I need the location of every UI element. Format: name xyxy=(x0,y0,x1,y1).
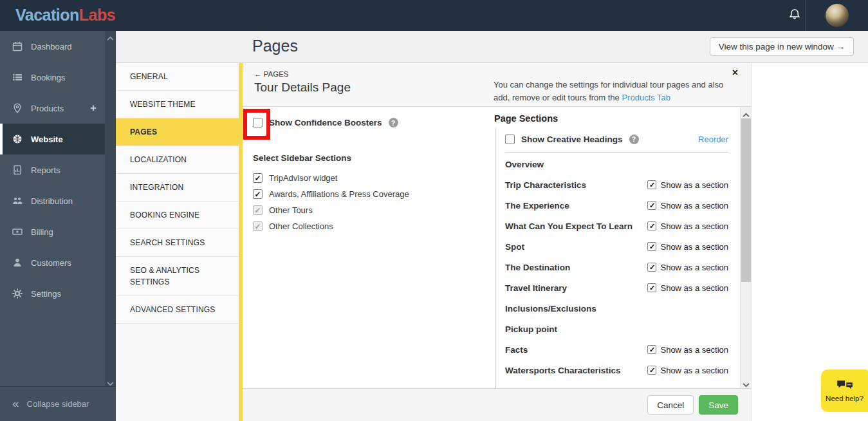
close-icon[interactable]: × xyxy=(732,67,738,79)
scroll-down-icon[interactable] xyxy=(107,378,114,384)
settings-menu-item[interactable]: INTEGRATION xyxy=(116,174,239,201)
user-avatar[interactable] xyxy=(826,4,849,27)
sidebar-item-products[interactable]: Products + xyxy=(0,93,105,124)
panel-description: You can change the settings for individu… xyxy=(494,79,739,104)
show-as-section-label: Show as a section xyxy=(660,283,728,293)
settings-menu-item-label: SEARCH SETTINGS xyxy=(130,238,205,247)
sidebar-section-row: ✓ Awards, Affiliations & Press Coverage xyxy=(253,186,409,202)
creative-headings-row: Show Creative Headings ? Reorder xyxy=(505,132,728,146)
banknote-icon xyxy=(12,227,23,237)
scroll-up-icon[interactable] xyxy=(107,33,114,39)
help-icon[interactable]: ? xyxy=(629,135,639,144)
show-as-section-checkbox[interactable]: ✓ xyxy=(647,180,656,189)
need-help-widget[interactable]: Need help? xyxy=(821,370,868,412)
page-sections-panel: Show Creative Headings ? Reorder Overvie… xyxy=(495,128,728,388)
page-section-label: Inclusions/Exclusions xyxy=(505,304,596,313)
need-help-label: Need help? xyxy=(826,395,863,402)
sidebar-section-checkbox[interactable]: ✓ xyxy=(253,173,263,183)
show-as-section-checkbox[interactable]: ✓ xyxy=(647,221,656,230)
show-as-section-checkbox[interactable]: ✓ xyxy=(647,242,656,251)
scrollbar-thumb[interactable] xyxy=(741,118,751,282)
person-icon xyxy=(12,257,23,268)
settings-menu-item[interactable]: SEARCH SETTINGS xyxy=(116,229,239,257)
view-page-new-window-button[interactable]: View this page in new window → xyxy=(710,37,854,56)
panel-body: Show Confidence Boosters ? Select Sideba… xyxy=(243,107,751,388)
sidebar-item-label: Billing xyxy=(31,227,53,237)
creative-headings-checkbox[interactable] xyxy=(505,135,515,144)
reorder-link[interactable]: Reorder xyxy=(698,135,728,144)
settings-menu-item[interactable]: GENERAL xyxy=(116,63,239,91)
settings-menu-item-label: SEO & ANALYTICS SETTINGS xyxy=(130,266,199,286)
divider xyxy=(505,152,728,153)
show-as-section-checkbox[interactable]: ✓ xyxy=(647,283,656,292)
page-section-label: Facts xyxy=(505,345,528,355)
collapse-sidebar-button[interactable]: « Collapse sidebar xyxy=(0,386,116,421)
show-as-section-checkbox[interactable]: ✓ xyxy=(647,345,656,354)
users-group-icon xyxy=(12,196,23,206)
scroll-down-icon[interactable] xyxy=(743,379,750,386)
sidebar-item-settings[interactable]: Settings xyxy=(0,278,105,309)
navbar-divider xyxy=(806,0,806,31)
page-section-row: Highlights xyxy=(505,380,728,388)
main-sidebar: Dashboard Bookings + Products + Website … xyxy=(0,31,116,421)
sidebar-item-website[interactable]: Website xyxy=(0,124,105,154)
settings-menu-item-label: LOCALIZATION xyxy=(130,155,187,164)
add-product-button[interactable]: + xyxy=(90,102,97,115)
help-icon[interactable]: ? xyxy=(389,118,398,127)
sidebar-item-customers[interactable]: Customers xyxy=(0,247,105,278)
vacationlabs-logo[interactable]: VacationLabs xyxy=(15,6,115,24)
show-as-section-checkbox[interactable]: ✓ xyxy=(647,263,656,272)
page-section-row: The Experience ✓ Show as a section xyxy=(505,195,728,216)
back-to-pages-link[interactable]: ← PAGES xyxy=(254,70,288,78)
logo-part-labs: Labs xyxy=(79,6,115,24)
sidebar-item-distribution[interactable]: Distribution xyxy=(0,185,105,216)
sidebar-section-checkbox[interactable]: ✓ xyxy=(253,205,263,215)
page-section-row: Inclusions/Exclusions xyxy=(505,298,728,319)
sidebar-sections-list: ✓ TripAdvisor widget ✓ Awards, Affiliati… xyxy=(253,170,409,234)
settings-menu-item-label: BOOKING ENGINE xyxy=(130,210,199,220)
settings-menu-item[interactable]: ADVANCED SETTINGS xyxy=(116,296,239,324)
sidebar-section-checkbox[interactable]: ✓ xyxy=(253,189,263,199)
show-as-section-label: Show as a section xyxy=(660,180,728,190)
top-navbar: VacationLabs xyxy=(0,0,868,31)
page-title: Pages xyxy=(252,37,298,55)
settings-menu-item[interactable]: BOOKING ENGINE xyxy=(116,201,239,229)
show-as-section-checkbox[interactable]: ✓ xyxy=(647,201,656,210)
notifications-bell-icon[interactable] xyxy=(787,8,802,23)
settings-menu-item[interactable]: WEBSITE THEME xyxy=(116,91,239,118)
settings-menu-item[interactable]: PAGES xyxy=(116,118,239,146)
panel-footer: Cancel Save xyxy=(243,388,751,421)
panel-scrollbar[interactable] xyxy=(740,107,751,388)
sidebar-item-bookings[interactable]: Bookings + xyxy=(0,62,105,93)
sidebar-item-dashboard[interactable]: Dashboard xyxy=(0,31,105,62)
products-tab-link[interactable]: Products Tab xyxy=(622,93,670,102)
sidebar-item-billing[interactable]: Billing xyxy=(0,216,105,247)
sidebar-section-label: Other Collections xyxy=(269,221,333,231)
calendar-icon xyxy=(12,41,23,51)
cancel-button[interactable]: Cancel xyxy=(647,395,694,415)
show-as-section-toggle: ✓ Show as a section xyxy=(647,283,728,293)
page-section-label: Spot xyxy=(505,242,524,252)
collapse-sidebar-label: Collapse sidebar xyxy=(27,399,89,409)
double-chevron-left-icon: « xyxy=(12,397,19,409)
sidebar-scrollbar[interactable] xyxy=(105,31,116,386)
show-as-section-checkbox[interactable]: ✓ xyxy=(647,366,656,375)
confidence-boosters-label: Show Confidence Boosters xyxy=(269,118,382,127)
page-section-row: Pickup point xyxy=(505,319,728,339)
panel-header: ← PAGES Tour Details Page You can change… xyxy=(243,63,751,107)
settings-menu-item[interactable]: LOCALIZATION xyxy=(116,146,239,174)
show-as-section-label: Show as a section xyxy=(660,201,728,210)
creative-headings-label: Show Creative Headings xyxy=(521,135,623,144)
sidebar-section-row: ✓ Other Tours xyxy=(253,202,409,218)
save-button[interactable]: Save xyxy=(699,395,738,415)
sidebar-item-reports[interactable]: Reports xyxy=(0,154,105,185)
sidebar-section-label: Other Tours xyxy=(269,205,313,215)
scroll-up-icon[interactable] xyxy=(743,109,750,116)
settings-menu-item[interactable]: SEO & ANALYTICS SETTINGS xyxy=(116,257,239,296)
content-area: GENERAL WEBSITE THEME PAGES LOCALIZATION… xyxy=(116,63,868,421)
page-section-label: What Can You Expect To Learn xyxy=(505,221,633,231)
page-section-row: Facts ✓ Show as a section xyxy=(505,339,728,360)
show-as-section-label: Show as a section xyxy=(660,221,728,231)
sidebar-section-label: Awards, Affiliations & Press Coverage xyxy=(269,189,409,199)
sidebar-section-checkbox[interactable]: ✓ xyxy=(253,221,263,231)
